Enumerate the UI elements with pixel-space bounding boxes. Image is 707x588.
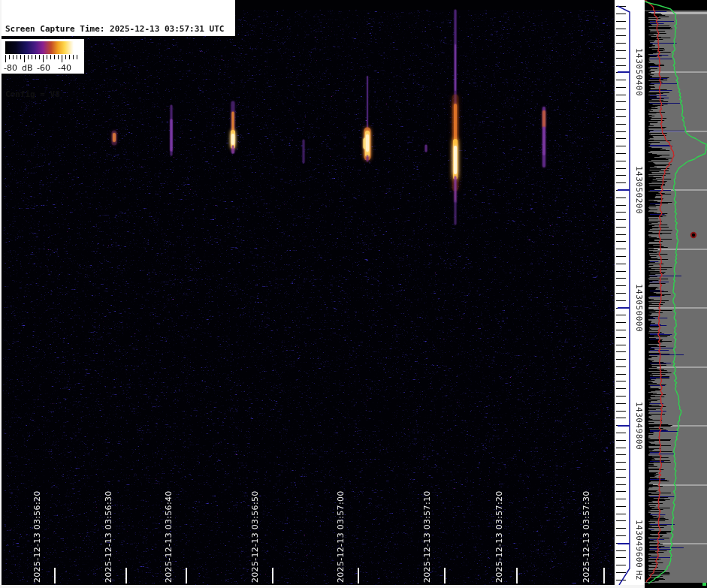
frequency-axis-label: 143049600 <box>633 520 644 568</box>
frequency-unit-label: Hz <box>633 568 644 582</box>
time-axis-label: 2025-12-13 03:56:20 <box>32 490 43 583</box>
time-axis-label: 2025-12-13 03:57:00 <box>336 490 346 583</box>
spectrum-plot-canvas <box>645 0 707 588</box>
time-tick-mark <box>186 568 187 583</box>
time-axis-label: 2025-12-13 03:56:50 <box>250 490 261 583</box>
time-tick-mark <box>125 568 127 583</box>
db-color-scale: -80 dB -60 -40 <box>2 39 84 74</box>
time-axis-label: 2025-12-13 03:56:30 <box>104 490 114 583</box>
time-axis-label: 2025-12-13 03:56:40 <box>164 490 174 583</box>
db-label-40: -40 <box>58 63 71 73</box>
frame-border-left <box>0 0 2 588</box>
frequency-axis-label: 143050200 <box>633 166 644 214</box>
color-scale-major-ticks <box>5 55 80 62</box>
frequency-axis-label: 143050400 <box>633 48 644 96</box>
time-tick-mark <box>603 568 605 583</box>
db-label-80: -80 <box>4 63 17 73</box>
time-tick-mark <box>54 568 56 583</box>
time-tick-mark <box>444 568 446 583</box>
frame-border-bottom <box>0 585 645 588</box>
frequency-axis-label: 143050000 <box>633 284 644 332</box>
time-axis-label: 2025-12-13 03:57:10 <box>422 490 433 583</box>
time-tick-mark <box>358 568 359 583</box>
frequency-axis-label: 143049800 <box>633 402 644 450</box>
color-gradient-bar <box>5 41 80 54</box>
time-tick-mark <box>516 568 518 583</box>
time-tick-mark <box>272 568 273 583</box>
spectrum-lab-screen: Screen Capture Time: 2025-12-13 03:57:31… <box>0 0 707 588</box>
time-axis-label: 2025-12-13 03:57:30 <box>582 490 592 583</box>
capture-time-text: Screen Capture Time: 2025-12-13 03:57:31… <box>5 24 232 35</box>
db-unit-label: dB <box>22 63 33 73</box>
config-text: Config = V8 <box>5 89 232 101</box>
db-label-60: -60 <box>37 63 50 73</box>
capture-info-box: Screen Capture Time: 2025-12-13 03:57:31… <box>2 0 235 36</box>
time-axis-label: 2025-12-13 03:57:20 <box>494 490 505 583</box>
